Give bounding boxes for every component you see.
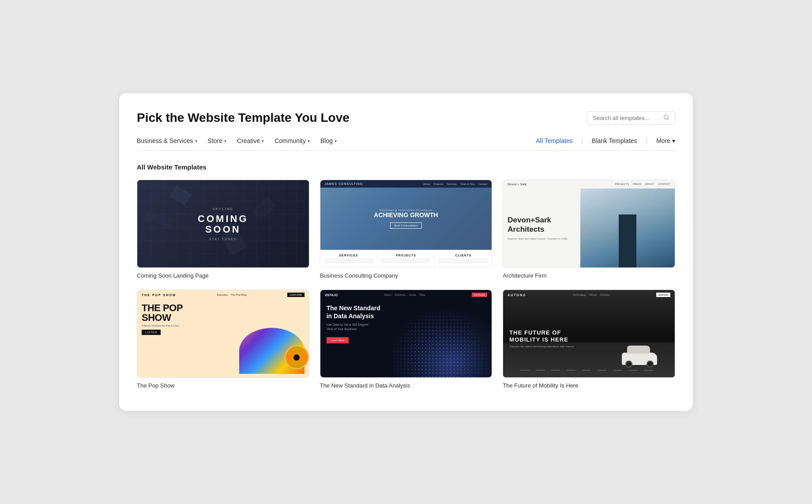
data-headline: The New Standardin Data Analysis	[327, 304, 486, 320]
template-card-architecture[interactable]: Devon + Sark PROJECTS PRESS ABOUT CONTAC…	[503, 180, 675, 279]
nav-item-creative[interactable]: Creative ▾	[237, 137, 264, 144]
chevron-down-icon: ▾	[224, 139, 226, 143]
pop-logo: THE POP SHOW	[142, 293, 176, 297]
pop-listen-btn[interactable]: LISTEN	[142, 330, 161, 335]
pop-subscribe[interactable]: SUBSCRIBE	[287, 293, 304, 297]
auto-subscribe-btn[interactable]: Subscribe	[656, 293, 670, 297]
nav-all-templates[interactable]: All Templates	[536, 137, 572, 144]
main-container: Pick the Website Template You Love Busin…	[119, 93, 693, 411]
arch-firm-name: Devon+SarkArchitects	[508, 216, 576, 234]
page-title: Pick the Website Template You Love	[137, 111, 350, 125]
data-logo: VISTA.IO	[325, 293, 338, 297]
nav-item-community[interactable]: Community ▾	[274, 137, 310, 144]
chevron-down-icon: ▾	[672, 137, 675, 144]
nav-separator: |	[581, 137, 583, 144]
nav-bar: Business & Services ▾ Store ▾ Creative ▾…	[137, 137, 675, 151]
chevron-down-icon: ▾	[308, 139, 310, 143]
header: Pick the Website Template You Love	[137, 111, 675, 125]
template-card-auto[interactable]: AUTONO Technology About Connect Subscrib…	[503, 290, 675, 389]
template-thumb-consulting: JAMES CONSULTING About Projects Services…	[320, 180, 492, 268]
pop-subtitle: A Music Podcast for Pop Lovers	[142, 324, 239, 327]
auto-logo: AUTONO	[508, 293, 526, 297]
template-card-consulting[interactable]: JAMES CONSULTING About Projects Services…	[320, 180, 492, 279]
arch-founded: Daphne Stark and Adam Cassini, Founded i…	[508, 237, 576, 240]
templates-grid: SKYLINE COMING SOON STAY TUNED Coming So…	[137, 180, 675, 389]
template-thumb-architecture: Devon + Sark PROJECTS PRESS ABOUT CONTAC…	[503, 180, 675, 268]
section-title: All Website Templates	[137, 163, 675, 171]
nav-blank-templates[interactable]: Blank Templates	[592, 137, 637, 144]
template-card-pop[interactable]: THE POP SHOW Episodes The Pop Blog SUBSC…	[137, 290, 309, 389]
auto-headline: THE FUTURE OFMOBILITY IS HERE	[509, 329, 669, 343]
consulting-headline: ACHIEVING GROWTH	[374, 211, 438, 219]
svg-line-1	[668, 118, 669, 120]
data-nav-cta[interactable]: Get Started	[472, 293, 488, 297]
car-illustration	[622, 353, 657, 365]
chevron-down-icon: ▾	[262, 139, 264, 143]
pop-title: THE POPSHOW	[142, 303, 239, 323]
template-name-pop: The Pop Show	[137, 382, 309, 389]
template-thumb-data: VISTA.IO About Solutions Home Blog Get S…	[320, 290, 492, 378]
nav-item-store[interactable]: Store ▾	[208, 137, 226, 144]
consulting-cta[interactable]: Book A Consultation	[390, 222, 422, 229]
coming-soon-sub: STAY TUNED	[198, 237, 248, 241]
data-cta-btn[interactable]: Learn More	[327, 337, 349, 343]
template-name-architecture: Architecture Firm	[503, 272, 675, 279]
chevron-down-icon: ▾	[335, 139, 337, 143]
consulting-logo: JAMES CONSULTING	[325, 182, 363, 185]
template-name-data: The New Standard in Data Analysis	[320, 382, 492, 389]
nav-item-business[interactable]: Business & Services ▾	[137, 137, 197, 144]
template-thumb-auto: AUTONO Technology About Connect Subscrib…	[503, 290, 675, 378]
template-card-data[interactable]: VISTA.IO About Solutions Home Blog Get S…	[320, 290, 492, 389]
nav-right: All Templates | Blank Templates | More ▾	[536, 137, 675, 144]
coming-soon-heading: COMING SOON	[198, 214, 248, 235]
template-thumb-coming-soon: SKYLINE COMING SOON STAY TUNED	[137, 180, 309, 268]
nav-item-blog[interactable]: Blog ▾	[320, 137, 337, 144]
chevron-down-icon: ▾	[195, 139, 197, 143]
template-thumb-pop: THE POP SHOW Episodes The Pop Blog SUBSC…	[137, 290, 309, 378]
search-input[interactable]	[593, 115, 663, 121]
template-card-coming-soon[interactable]: SKYLINE COMING SOON STAY TUNED Coming So…	[137, 180, 309, 279]
template-name-auto: The Future of Mobility Is Here	[503, 382, 675, 389]
svg-point-0	[664, 115, 668, 119]
nav-more[interactable]: More ▾	[656, 137, 675, 144]
template-name-consulting: Business Consulting Company	[320, 272, 492, 279]
arch-logo: Devon + Sark	[508, 183, 526, 186]
nav-left: Business & Services ▾ Store ▾ Creative ▾…	[137, 137, 337, 144]
coming-soon-label: SKYLINE	[198, 207, 248, 211]
template-name-coming-soon: Coming Soon Landing Page	[137, 272, 309, 279]
data-subtext: Use Data to Get a 360-DegreeView of Your…	[327, 323, 486, 331]
search-icon	[663, 114, 669, 122]
nav-separator: |	[646, 137, 648, 144]
search-box[interactable]	[587, 111, 675, 125]
